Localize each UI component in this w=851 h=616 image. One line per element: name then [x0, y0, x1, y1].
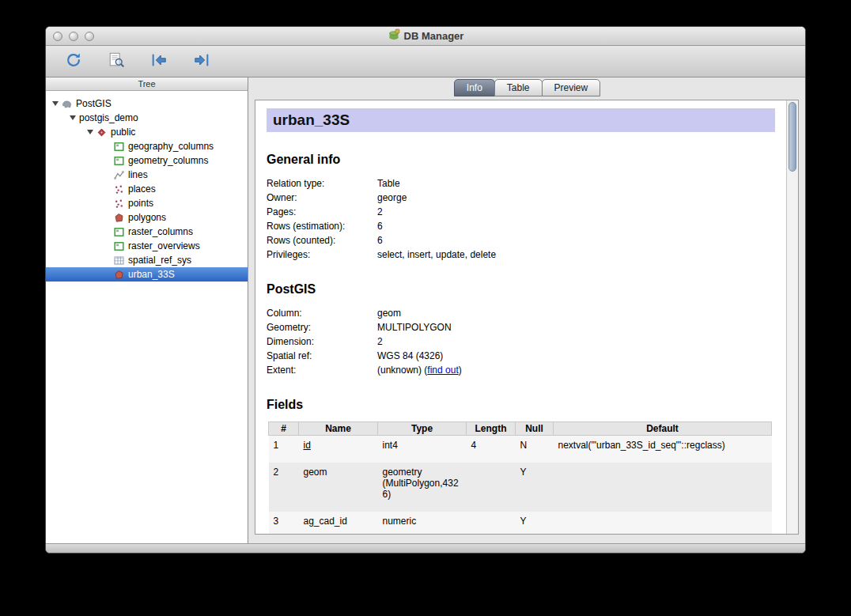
- info-row: Geometry:MULTIPOLYGON: [267, 320, 775, 334]
- tab-table[interactable]: Table: [494, 79, 543, 96]
- field-type: geometry (MultiPolygon,4326): [378, 463, 467, 512]
- field-name: ag_cad_id: [299, 512, 378, 534]
- vertical-scrollbar[interactable]: [786, 100, 798, 534]
- info-value: Table: [377, 178, 400, 189]
- tree-item-geometry_columns[interactable]: geometry_columns: [46, 153, 248, 168]
- export-to-file-icon: [193, 51, 210, 71]
- info-row: Dimension:2: [267, 334, 775, 349]
- tree-item-label: points: [128, 198, 153, 209]
- fields-table-row: 3ag_cad_idnumericY: [269, 512, 772, 534]
- tree-item-public[interactable]: public: [46, 125, 248, 139]
- tab-info[interactable]: Info: [454, 79, 495, 96]
- info-row: Rows (estimation):6: [267, 219, 775, 233]
- tree-item-places[interactable]: places: [46, 182, 248, 196]
- db-manager-icon: [388, 28, 400, 43]
- field-default: [554, 463, 772, 512]
- tree-item-postgis_demo[interactable]: postgis_demo: [46, 111, 248, 125]
- info-row: Spatial ref:WGS 84 (4326): [267, 349, 775, 363]
- fields-column-header: Type: [378, 422, 467, 436]
- disclosure-triangle-icon[interactable]: [52, 101, 59, 106]
- tree-item-label: urban_33S: [128, 269, 175, 280]
- fields-column-header: #: [269, 422, 299, 436]
- columns-table-icon: [114, 227, 125, 237]
- tree-item-label: raster_columns: [128, 226, 193, 237]
- tree-panel-header: Tree: [46, 77, 248, 91]
- field-num: 2: [269, 463, 299, 512]
- disclosure-triangle-icon[interactable]: [87, 130, 93, 134]
- fields-column-header: Default: [554, 422, 772, 436]
- refresh-button[interactable]: [62, 51, 85, 73]
- tree-item-raster_columns[interactable]: raster_columns: [46, 225, 248, 239]
- tab-preview[interactable]: Preview: [542, 79, 601, 96]
- minimize-button[interactable]: [69, 32, 78, 41]
- info-value: 6: [377, 235, 383, 246]
- info-label: Dimension:: [267, 334, 377, 349]
- general-info-heading: General info: [267, 153, 775, 167]
- field-length: 4: [467, 436, 516, 463]
- polygon-layer-icon: [114, 213, 125, 223]
- info-label: Column:: [267, 306, 377, 320]
- fields-table-row: 1idint44Nnextval('"urban_33S_id_seq"'::r…: [269, 436, 772, 463]
- content-wrap: urban_33S General info Relation type:Tab…: [248, 96, 805, 543]
- fields-header-row: #NameTypeLengthNullDefault: [269, 422, 772, 436]
- zoom-button[interactable]: [85, 32, 94, 41]
- field-num: 1: [269, 436, 299, 463]
- field-type: numeric: [378, 512, 467, 534]
- disclosure-triangle-icon[interactable]: [70, 115, 76, 120]
- tree-item-label: lines: [128, 169, 148, 180]
- point-layer-icon: [114, 198, 125, 209]
- point-layer-icon: [114, 184, 125, 195]
- window-controls: [53, 32, 94, 41]
- find-out-link[interactable]: find out: [427, 365, 458, 376]
- tree-item-geography_columns[interactable]: geography_columns: [46, 139, 248, 153]
- title-bar[interactable]: DB Manager: [46, 27, 805, 46]
- close-button[interactable]: [53, 32, 62, 41]
- refresh-icon: [65, 51, 82, 71]
- detail-panel: InfoTablePreview urban_33S General info …: [248, 77, 805, 543]
- tree-item-spatial_ref_sys[interactable]: spatial_ref_sys: [46, 253, 248, 267]
- tree-item-PostGIS[interactable]: PostGIS: [46, 96, 248, 111]
- info-value: select, insert, update, delete: [377, 249, 496, 260]
- info-row: Rows (counted):6: [267, 233, 775, 248]
- tree-item-label: polygons: [128, 212, 166, 223]
- tree-item-label: public: [111, 127, 135, 138]
- postgis-rows: Column:geomGeometry:MULTIPOLYGONDimensio…: [267, 306, 775, 377]
- export-to-file-button[interactable]: [190, 51, 214, 73]
- field-null: Y: [516, 463, 554, 512]
- tree-item-raster_overviews[interactable]: raster_overviews: [46, 239, 248, 253]
- postgis-heading: PostGIS: [267, 282, 775, 297]
- info-value: 6: [377, 221, 383, 232]
- tree-item-label: geography_columns: [128, 141, 214, 152]
- info-value-suffix: ): [459, 365, 462, 376]
- info-label: Rows (estimation):: [267, 219, 377, 233]
- fields-column-header: Name: [299, 422, 378, 436]
- info-value: (unknown) (: [377, 365, 427, 376]
- tree-item-urban_33S[interactable]: urban_33S: [46, 267, 248, 282]
- line-layer-icon: [114, 170, 125, 180]
- fields-table: #NameTypeLengthNullDefault 1idint44Nnext…: [268, 421, 772, 534]
- info-scroll-area: urban_33S General info Relation type:Tab…: [255, 100, 786, 534]
- sql-window-button[interactable]: [104, 51, 128, 73]
- sql-window-icon: [108, 51, 125, 71]
- tree-item-points[interactable]: points: [46, 196, 248, 210]
- postgis-icon: [62, 99, 73, 109]
- db-manager-window: DB Manager Tree PostGISpostgis_demopubli…: [45, 26, 806, 554]
- field-type: int4: [378, 436, 467, 463]
- tree-item-label: places: [128, 183, 156, 195]
- info-value: MULTIPOLYGON: [377, 322, 452, 333]
- info-row: Privileges:select, insert, update, delet…: [267, 248, 775, 262]
- info-label: Owner:: [267, 191, 377, 205]
- main-area: Tree PostGISpostgis_demopublicgeography_…: [46, 77, 805, 543]
- columns-table-icon: [114, 142, 125, 152]
- import-layer-button[interactable]: [147, 51, 171, 73]
- info-label: Privileges:: [267, 248, 377, 262]
- tree-item-label: postgis_demo: [79, 112, 138, 123]
- field-length: [467, 512, 516, 534]
- tree-item-polygons[interactable]: polygons: [46, 210, 248, 225]
- object-title: urban_33S: [267, 108, 775, 132]
- scrollbar-thumb[interactable]: [789, 102, 796, 172]
- window-resize-edge[interactable]: [46, 543, 805, 553]
- tree-item-lines[interactable]: lines: [46, 168, 248, 182]
- tree-item-label: geometry_columns: [128, 155, 208, 166]
- table-icon: [114, 255, 125, 266]
